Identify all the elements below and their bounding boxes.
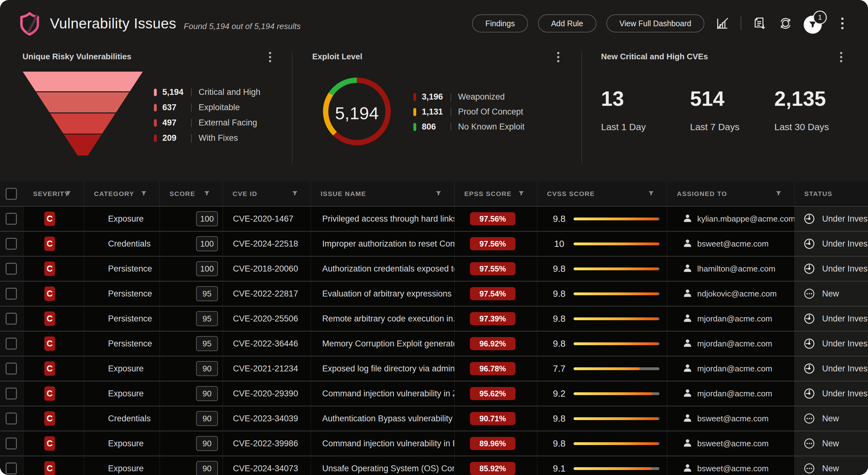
cve-id-cell[interactable]: CVE-2023-34039	[223, 406, 311, 431]
status-cell[interactable]: New	[794, 456, 868, 475]
table-row: CExposure100CVE-2020-1467Privileged acce…	[0, 207, 868, 231]
column-header-status[interactable]: STATUS	[794, 182, 868, 206]
cve-id-cell[interactable]: CVE-2024-22518	[223, 231, 311, 256]
assigned-to-cell[interactable]: mjordan@acme.com	[667, 381, 794, 406]
panel-menu-icon[interactable]	[835, 50, 847, 64]
row-checkbox[interactable]	[6, 388, 17, 400]
assigned-to-cell[interactable]: mjordan@acme.com	[667, 331, 794, 356]
legend-separator	[451, 93, 451, 101]
cve-id-cell[interactable]: CVE-2024-34073	[223, 456, 311, 475]
view-full-dashboard-button[interactable]: View Full Dashboard	[606, 14, 704, 32]
row-checkbox[interactable]	[6, 213, 17, 225]
export-report-icon[interactable]	[751, 15, 768, 32]
status-cell[interactable]: Under Investig	[794, 356, 868, 381]
status-cell[interactable]: Under Investig	[794, 257, 868, 281]
assigned-to-cell[interactable]: bsweet@acme.com	[667, 431, 794, 456]
assigned-to-cell[interactable]: mjordan@acme.com	[667, 307, 794, 331]
issue-name-cell[interactable]: Authentication Bypass vulnerability d...	[311, 406, 454, 431]
sync-icon[interactable]	[777, 15, 794, 32]
column-filter-icon[interactable]	[649, 190, 654, 197]
assigned-to-cell[interactable]: mjordan@acme.com	[667, 356, 794, 381]
filter-avatar[interactable]: 1	[804, 13, 824, 34]
exploit-legend: 3,196Weaponized1,131Proof Of Concept806N…	[413, 91, 525, 132]
cve-id-cell[interactable]: CVE-2022-36446	[223, 331, 311, 356]
row-checkbox[interactable]	[6, 313, 17, 324]
issue-name-cell[interactable]: Evaluation of arbitrary expressions in..…	[311, 282, 454, 306]
toggle-charts-icon[interactable]	[714, 15, 731, 32]
column-filter-icon[interactable]	[66, 190, 71, 197]
assigned-to-cell[interactable]: ndjokovic@acme.com	[667, 282, 794, 306]
column-filter-icon[interactable]	[292, 190, 298, 197]
column-header-assigned-to[interactable]: ASSIGNED TO	[667, 182, 794, 206]
legend-marker	[154, 119, 157, 127]
row-checkbox[interactable]	[6, 288, 17, 299]
assigned-to-cell[interactable]: lhamilton@acme.com	[667, 257, 794, 281]
panel-menu-icon[interactable]	[552, 50, 564, 64]
column-header-issue-name[interactable]: ISSUE NAME	[311, 182, 454, 206]
column-filter-icon[interactable]	[141, 190, 147, 197]
status-cell[interactable]: Under Investig	[794, 231, 868, 256]
stat-value: 2,135	[774, 87, 829, 110]
row-checkbox[interactable]	[6, 238, 17, 250]
status-cell[interactable]: Under Investig	[794, 381, 868, 406]
assigned-to-cell[interactable]: bsweet@acme.com	[667, 456, 794, 475]
legend-value: 497	[162, 118, 189, 128]
status-cell[interactable]: Under Investig	[794, 331, 868, 356]
status-label: Under Investig	[822, 214, 868, 224]
cve-id-cell[interactable]: CVE-2022-39986	[223, 431, 311, 456]
add-rule-button[interactable]: Add Rule	[538, 14, 596, 32]
column-header-epss-score[interactable]: EPSS SCORE	[454, 182, 537, 206]
more-menu-icon[interactable]	[834, 15, 850, 32]
column-header-cvss-score[interactable]: CVSS SCORE	[537, 182, 667, 206]
assigned-to-cell[interactable]: bsweet@acme.com	[667, 231, 794, 256]
column-label: SEVERITY	[33, 190, 69, 197]
column-header-category[interactable]: CATEGORY	[84, 182, 160, 206]
assigned-to-cell[interactable]: kylian.mbappe@acme.com	[667, 207, 794, 231]
issue-name-cell[interactable]: Authorization credentials exposed to...	[311, 257, 454, 281]
column-header-checkbox[interactable]	[0, 182, 23, 206]
category-cell: Credentials	[84, 406, 160, 431]
row-checkbox[interactable]	[6, 463, 17, 474]
select-all-checkbox[interactable]	[6, 188, 17, 200]
column-filter-icon[interactable]	[519, 190, 524, 197]
issue-name-cell[interactable]: Command injection vulnerability in Z...	[311, 381, 454, 406]
issue-name-cell[interactable]: Exposed log file directory via admin e..…	[311, 356, 454, 381]
row-checkbox[interactable]	[6, 263, 17, 275]
cve-id-cell[interactable]: CVE-2020-29390	[223, 381, 311, 406]
issue-name-cell[interactable]: Unsafe Operating System (OS) Com...	[311, 456, 454, 475]
cve-id-cell[interactable]: CVE-2020-1467	[223, 207, 311, 231]
issue-name-cell[interactable]: Privileged access through hard links	[311, 207, 454, 231]
column-header-score[interactable]: SCORE	[160, 182, 223, 206]
row-checkbox[interactable]	[6, 413, 17, 424]
row-checkbox[interactable]	[6, 438, 17, 449]
cve-id-cell[interactable]: CVE-2021-21234	[223, 356, 311, 381]
row-checkbox[interactable]	[6, 338, 17, 350]
column-filter-icon[interactable]	[204, 190, 210, 197]
cve-id-cell[interactable]: CVE-2022-22817	[223, 282, 311, 306]
under-investigation-clock-icon	[803, 388, 815, 400]
issue-name-cell[interactable]: Improper authorization to reset Confl...	[311, 231, 454, 256]
status-cell[interactable]: New	[794, 406, 868, 431]
assigned-to-cell[interactable]: bsweet@acme.com	[667, 406, 794, 431]
column-header-severity[interactable]: SEVERITY	[23, 182, 84, 206]
panel-menu-icon[interactable]	[264, 50, 276, 64]
cve-id-cell[interactable]: CVE-2018-20060	[223, 257, 311, 281]
issue-name-cell[interactable]: Memory Corruption Exploit generated	[311, 331, 454, 356]
vulnerability-dashboard: Vulnerability Issues Found 5,194 out of …	[0, 0, 868, 475]
status-cell[interactable]: New	[794, 282, 868, 306]
legend-value: 3,196	[422, 92, 448, 102]
issue-name-cell[interactable]: Remote arbitrary code execution in...	[311, 307, 454, 331]
status-cell[interactable]: Under Investig	[794, 207, 868, 231]
findings-button[interactable]: Findings	[472, 14, 528, 32]
cve-id-cell[interactable]: CVE-2020-25506	[223, 307, 311, 331]
status-cell[interactable]: Under Investig	[794, 307, 868, 331]
severity-cell: C	[23, 431, 84, 456]
column-filter-icon[interactable]	[776, 190, 781, 197]
column-header-cve-id[interactable]: CVE ID	[223, 182, 311, 206]
issue-name-cell[interactable]: Command injection vulnerability in R...	[311, 431, 454, 456]
table-body: CExposure100CVE-2020-1467Privileged acce…	[0, 207, 868, 475]
score-box: 95	[196, 286, 218, 301]
status-cell[interactable]: New	[794, 431, 868, 456]
column-filter-icon[interactable]	[436, 190, 441, 197]
row-checkbox[interactable]	[6, 362, 17, 375]
